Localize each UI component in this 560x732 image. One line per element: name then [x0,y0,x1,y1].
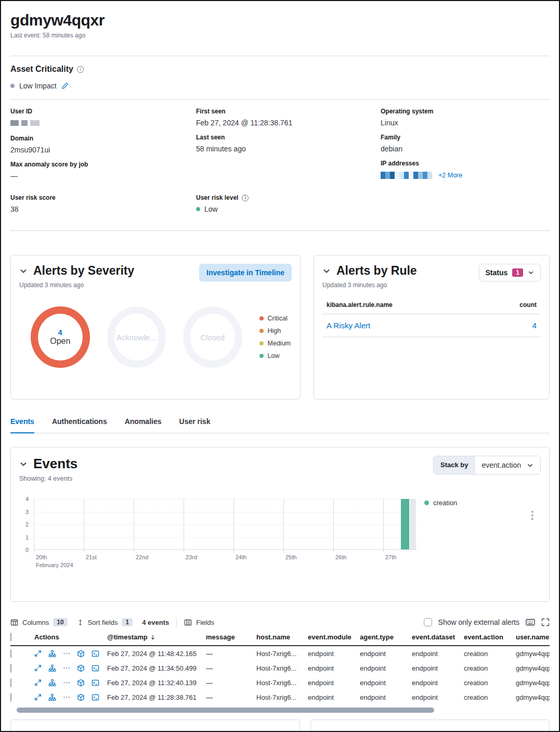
user-name-link[interactable]: gdmyw4qqxr [516,679,550,687]
column-header-eventaction[interactable]: event.action [464,633,516,641]
row-checkbox[interactable] [10,664,11,673]
analyzer-icon[interactable] [48,679,56,687]
more-actions-icon[interactable] [63,694,70,701]
host-name-link[interactable]: Host-7xrig6... [256,664,308,672]
tab-anomalies[interactable]: Anomalies [125,417,162,433]
columns-label: Columns [22,619,49,626]
rule-updated-text: Updated 3 minutes ago [322,281,417,289]
row-checkbox[interactable] [10,693,11,702]
user-details-page: gdmyw4qqxr Last event: 58 minutes ago As… [0,0,560,732]
x-tick-label: 24th [236,554,246,561]
keyboard-shortcuts-icon[interactable] [526,618,535,626]
y-tick-label: 1 [25,534,29,541]
partial-bucket-band [410,499,416,549]
ip-more-link[interactable]: +2 More [438,172,462,179]
external-alerts-checkbox[interactable] [424,618,432,626]
cube-icon[interactable] [77,694,85,701]
user-name-link[interactable]: gdmyw4qqxr [516,694,550,701]
severity-donut[interactable]: Acknowle... [107,306,166,368]
columns-button[interactable]: Columns 10 [10,618,68,626]
fullscreen-icon[interactable] [541,618,550,626]
cube-icon[interactable] [77,679,85,687]
session-view-icon[interactable] [92,664,99,672]
severity-donut[interactable]: Closed [183,306,242,368]
column-header-agenttype[interactable]: agent.type [360,633,412,641]
host-name-link[interactable]: Host-7xrig6... [256,679,308,687]
scrollbar-thumb[interactable] [17,708,434,713]
collapse-chevron-icon[interactable] [322,267,331,275]
column-header-username[interactable]: user.name [516,633,550,641]
expand-icon[interactable] [34,664,42,672]
table-row: Feb 27, 2024 @ 11:28:38.761—Host-7xrig6.… [10,690,550,704]
cube-icon[interactable] [77,664,85,672]
rule-name-link[interactable]: A Risky Alert [327,321,370,330]
v-gridline [383,499,384,553]
host-name-link[interactable]: Host-7xrig6... [256,650,308,658]
select-all-checkbox[interactable] [10,633,11,641]
v-gridline [333,499,334,553]
event-module-cell: endpoint [308,679,360,687]
overview-column: Operating systemLinuxFamilydebianIP addr… [381,108,550,187]
sort-fields-button[interactable]: Sort fields 1 [77,618,133,626]
row-checkbox-cell [10,664,30,672]
column-header-hostname[interactable]: host.name [256,633,308,641]
collapse-chevron-icon[interactable] [19,267,28,275]
info-icon[interactable]: i [77,66,84,73]
fields-button[interactable]: Fields [184,619,214,626]
column-header-eventmodule[interactable]: event.module [308,633,360,641]
session-view-icon[interactable] [92,679,99,687]
analyzer-icon[interactable] [48,650,56,658]
analyzer-icon[interactable] [48,694,56,701]
status-label: Status [486,268,508,277]
investigate-in-timeline-button[interactable]: Investigate in Timeline [199,264,292,281]
rule-count-link[interactable]: 4 [532,321,537,330]
user-name-link[interactable]: gdmyw4qqxr [516,664,550,672]
events-data-table: Actions@timestampmessagehost.nameevent.m… [10,633,550,704]
column-header-message[interactable]: message [206,633,256,641]
legend-series-label[interactable]: creation [433,499,457,507]
criticality-value: Low Impact [19,82,57,90]
status-filter-button[interactable]: Status 1 [479,264,541,281]
edit-pencil-icon[interactable] [61,82,69,89]
column-header-timestamp[interactable]: @timestamp [107,633,206,641]
collapse-chevron-icon[interactable] [19,460,28,468]
more-actions-icon[interactable] [63,679,70,686]
event-dataset-cell: endpoint [412,650,464,658]
chart-bar[interactable] [401,499,409,549]
column-header-eventdataset[interactable]: event.dataset [412,633,464,641]
host-name-link[interactable]: Host-7xrig6... [256,694,308,701]
expand-icon[interactable] [34,679,42,686]
more-actions-icon[interactable] [63,650,70,657]
tab-authentications[interactable]: Authentications [52,417,107,433]
field: IP addresses+2 More [381,160,550,179]
asset-criticality-heading: Asset Criticality [10,65,73,74]
donut-label: Closed [200,333,225,342]
redacted-ip-addresses: +2 More [381,171,550,179]
expand-icon[interactable] [34,694,42,701]
y-tick-label: 0 [25,547,29,553]
stack-by-select[interactable]: event.action [475,456,541,474]
events-table-toolbar: Columns 10 Sort fields 1 4 events Fields… [10,618,550,627]
analyzer-icon[interactable] [48,664,56,672]
legend-item: Critical [259,315,291,322]
overview-fields: User IDDomain2msu9071uiMax anomaly score… [10,108,550,187]
chart-options-kebab-icon[interactable]: ▪▪▪ [531,510,533,521]
session-view-icon[interactable] [92,650,99,658]
tab-user-risk[interactable]: User risk [179,417,211,433]
v-gridline [233,499,234,553]
tab-events[interactable]: Events [10,417,34,433]
row-checkbox[interactable] [10,678,11,687]
info-icon[interactable]: i [242,195,249,201]
more-actions-icon[interactable] [63,664,70,672]
user-name-link[interactable]: gdmyw4qqxr [516,650,550,658]
severity-donut[interactable]: 4Open [31,306,90,368]
x-tick-label: 21st [86,554,97,561]
column-header-Actions[interactable]: Actions [30,633,107,641]
h-gridline [34,512,417,512]
cube-icon[interactable] [77,650,85,658]
legend-dot-icon [259,341,264,345]
expand-icon[interactable] [34,650,42,657]
row-checkbox[interactable] [10,649,11,658]
toolbar-divider [176,618,177,627]
session-view-icon[interactable] [92,694,99,701]
